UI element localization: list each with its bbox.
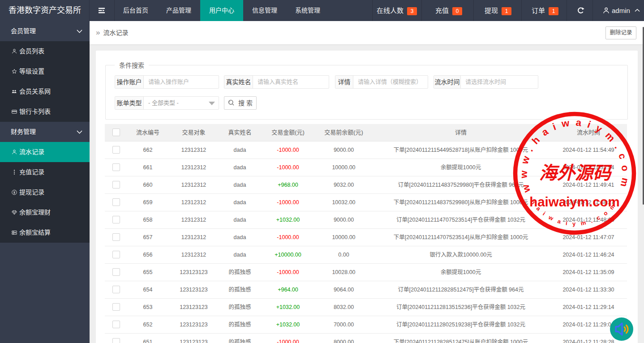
svg-text:haiwaiym.com: haiwaiym.com — [529, 194, 620, 209]
svg-text:海外源码: 海外源码 — [539, 163, 612, 183]
